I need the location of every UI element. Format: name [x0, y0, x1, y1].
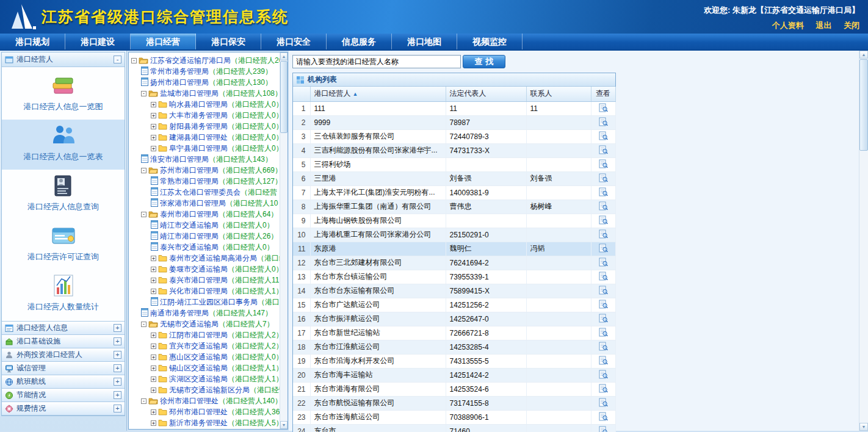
expand-icon[interactable]: +: [114, 364, 121, 372]
table-row[interactable]: 7上海太平洋化工(集团)淮安元明粉有...14009381-9: [293, 185, 615, 200]
table-row[interactable]: 23东台市连海航运公司70388906-1: [293, 410, 615, 424]
expand-icon[interactable]: +: [151, 113, 156, 118]
nav-tab[interactable]: 港口地图: [392, 34, 457, 49]
tree-node[interactable]: +滨湖区交通运输局（港口经营人1）: [131, 373, 280, 384]
expand-icon[interactable]: +: [151, 376, 156, 382]
operator-search-input[interactable]: [292, 55, 461, 68]
accordion-item[interactable]: 诚信管理+: [2, 362, 125, 375]
view-detail-icon[interactable]: [599, 145, 608, 154]
tree-node[interactable]: -泰州市港口管理局（港口经营人64）: [131, 209, 280, 220]
tree-node[interactable]: 常熟市港口管理局（港口经营人127）: [131, 176, 280, 187]
tree-node[interactable]: +大丰市港务管理局（港口经营人0）: [131, 110, 280, 121]
nav-tab[interactable]: 港口保安: [196, 34, 261, 49]
collapse-icon[interactable]: -: [131, 58, 137, 63]
column-header[interactable]: 联系人: [526, 87, 591, 101]
collapse-icon[interactable]: -: [141, 322, 146, 327]
tree-node[interactable]: 扬州市港口管理局（港口经营人130）: [131, 77, 280, 88]
view-detail-icon[interactable]: [599, 131, 608, 140]
expand-icon[interactable]: +: [151, 344, 156, 349]
profile-link[interactable]: 个人资料: [772, 21, 804, 30]
table-row[interactable]: 21东台市港海有限公司14253524-6: [293, 382, 615, 396]
view-detail-icon[interactable]: [599, 187, 608, 196]
logout-link[interactable]: 退出: [816, 21, 831, 30]
view-detail-icon[interactable]: [599, 398, 608, 407]
accordion-item[interactable]: 节能情况+: [2, 389, 125, 402]
sidebar-item[interactable]: 港口经营人信息查询: [2, 170, 125, 220]
table-row[interactable]: 20东台市海丰运输站14251424-2: [293, 368, 615, 382]
accordion-item[interactable]: 外商投资港口经营人+: [2, 348, 125, 362]
table-row[interactable]: 18东台市江淮航运公司14253285-4: [293, 340, 615, 354]
view-detail-icon[interactable]: [599, 314, 608, 323]
main-scrollbar-thumb[interactable]: [859, 59, 868, 151]
tree-node[interactable]: -江苏省交通运输厅港口局（港口经营人200: [131, 55, 280, 66]
table-row[interactable]: 6三里港刘备强刘备强: [293, 171, 615, 185]
view-detail-icon[interactable]: [599, 328, 608, 337]
table-row[interactable]: 3三仓镇装卸服务有限公司72440789-3: [293, 129, 615, 143]
table-row[interactable]: 19东台市沿海水利开发公司74313555-5: [293, 354, 615, 368]
tree-node[interactable]: +泰兴市港口管理局（港口经营人11）: [131, 275, 280, 286]
expand-icon[interactable]: +: [151, 102, 156, 107]
table-row[interactable]: 22东台市航悦运输有限公司73174155-8: [293, 396, 615, 410]
table-row[interactable]: 5三得利砂场: [293, 157, 615, 171]
tree-node[interactable]: 南通市港务管理局（港口经营人147）: [131, 308, 280, 319]
tree-node[interactable]: +宜兴市交通运输局（港口经营人2）: [131, 340, 280, 351]
tree-node[interactable]: +邳州市港口管理处（港口经营人36）: [131, 406, 280, 417]
expand-icon[interactable]: +: [114, 378, 121, 386]
expand-icon[interactable]: +: [114, 391, 121, 399]
tree-node[interactable]: +兴化市港口管理局（港口经营人1）: [131, 286, 280, 297]
collapse-panel-button[interactable]: -: [114, 56, 121, 63]
tree-node[interactable]: +泰州市交通运输局高港分局（港口经: [131, 253, 280, 264]
table-row[interactable]: 15东台市广达航运公司14251256-2: [293, 298, 615, 312]
tree-node[interactable]: 靖江市交通运输局（港口经营人0）: [131, 220, 280, 231]
table-row[interactable]: 17东台市新世纪运输站72666721-8: [293, 326, 615, 340]
expand-icon[interactable]: +: [151, 420, 156, 426]
tree-node[interactable]: +姜堰市交通运输局（港口经营人0）: [131, 264, 280, 275]
tree-node[interactable]: +惠山区交通运输局（港口经营人0）: [131, 351, 280, 362]
expand-icon[interactable]: +: [151, 278, 156, 283]
tree-node[interactable]: 江阴-靖江工业园区港口事务局（港口: [131, 297, 280, 308]
scroll-down-icon[interactable]: ▼: [859, 423, 868, 431]
view-detail-icon[interactable]: [599, 215, 608, 225]
expand-icon[interactable]: +: [151, 135, 156, 140]
tree-node[interactable]: +锡山区交通运输局（港口经营人1）: [131, 362, 280, 373]
tree-node[interactable]: -徐州市港口管理处（港口经营人140）: [131, 395, 280, 406]
tree-node[interactable]: -苏州市港口管理局（港口经营人669）: [131, 165, 280, 176]
table-row[interactable]: 2999978987: [293, 115, 615, 129]
view-detail-icon[interactable]: [599, 173, 608, 182]
expand-icon[interactable]: +: [151, 333, 156, 338]
table-row[interactable]: 11东原港魏明仁冯韬: [293, 242, 615, 256]
expand-icon[interactable]: +: [151, 256, 156, 261]
sidebar-item[interactable]: 港口经营人数量统计: [2, 270, 125, 320]
tree-node[interactable]: -无锡市交通运输局（港口经营人7）: [131, 319, 280, 329]
expand-icon[interactable]: +: [114, 324, 121, 332]
tree-node[interactable]: 张家港市港口管理局（港口经营人10: [131, 198, 280, 209]
view-detail-icon[interactable]: [599, 229, 608, 239]
column-header[interactable]: 查看: [591, 87, 615, 101]
view-detail-icon[interactable]: [599, 201, 608, 211]
tree-node[interactable]: 泰兴市交通运输局（港口经营人0）: [131, 242, 280, 253]
nav-tab[interactable]: 港口经营: [131, 34, 196, 49]
sidebar-item[interactable]: 港口经营人信息一览表: [2, 120, 125, 170]
expand-icon[interactable]: +: [151, 365, 156, 371]
accordion-item[interactable]: 港口基础设施+: [2, 335, 125, 348]
accordion-item[interactable]: 航班航线+: [2, 375, 125, 389]
main-scrollbar[interactable]: ▲ ▼: [859, 51, 868, 431]
expand-icon[interactable]: +: [114, 351, 121, 359]
table-row[interactable]: 9上海梅山钢铁股份有限公司: [293, 214, 615, 228]
column-header[interactable]: 港口经营人▲: [310, 87, 446, 101]
tree-node[interactable]: +建湖县港口管理处（港口经营人0）: [131, 132, 280, 143]
tree-node[interactable]: +江阴市港口管理局（港口经营人2）: [131, 329, 280, 340]
nav-tab[interactable]: 港口安全: [261, 34, 327, 49]
expand-icon[interactable]: +: [151, 146, 156, 151]
view-detail-icon[interactable]: [599, 356, 608, 365]
view-detail-icon[interactable]: [599, 117, 608, 126]
expand-icon[interactable]: +: [151, 355, 156, 360]
view-detail-icon[interactable]: [599, 103, 608, 112]
view-detail-icon[interactable]: [599, 342, 608, 351]
close-link[interactable]: 关闭: [844, 21, 859, 30]
expand-icon[interactable]: +: [114, 337, 121, 345]
nav-tab[interactable]: 港口规划: [0, 34, 65, 49]
view-detail-icon[interactable]: [599, 272, 608, 281]
table-row[interactable]: 11111111: [293, 101, 615, 115]
scroll-down-icon[interactable]: ▼: [280, 421, 288, 429]
